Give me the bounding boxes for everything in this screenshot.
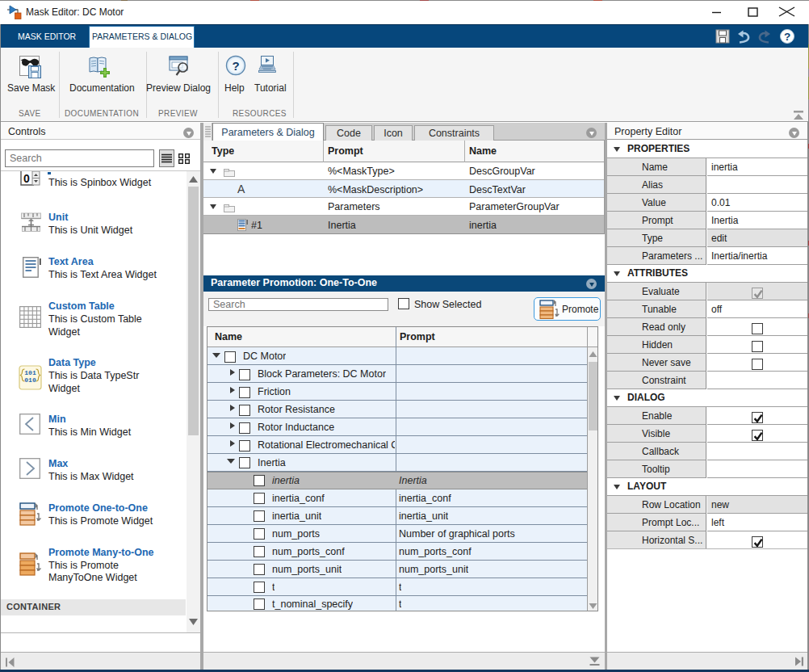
svg-text:?: ? xyxy=(784,31,790,43)
svg-text:010: 010 xyxy=(24,376,36,384)
svg-text:0: 0 xyxy=(23,172,30,185)
svg-text:?: ? xyxy=(232,59,239,73)
